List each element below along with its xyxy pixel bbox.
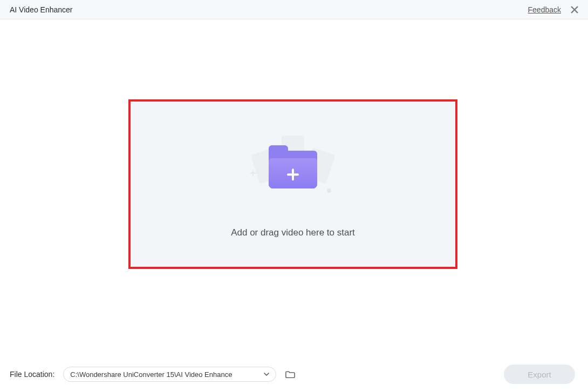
main-area: Add or drag video here to start	[0, 19, 588, 358]
open-folder-button[interactable]	[284, 368, 297, 381]
export-button[interactable]: Export	[504, 365, 575, 384]
chevron-down-icon	[264, 372, 269, 377]
close-icon	[570, 5, 579, 14]
app-title: AI Video Enhancer	[10, 5, 73, 14]
sparkle-icon	[248, 169, 258, 179]
file-location-label: File Location:	[10, 370, 54, 379]
drop-zone[interactable]: Add or drag video here to start	[131, 102, 455, 267]
header-bar: AI Video Enhancer Feedback	[0, 0, 588, 19]
folder-icon	[285, 370, 295, 379]
drop-illustration	[247, 136, 339, 200]
file-location-select[interactable]: C:\Wondershare UniConverter 15\AI Video …	[63, 367, 276, 382]
feedback-link[interactable]: Feedback	[528, 5, 561, 14]
footer-bar: File Location: C:\Wondershare UniConvert…	[0, 358, 588, 391]
dot-decor-icon	[327, 188, 331, 193]
close-button[interactable]	[569, 4, 580, 16]
drop-prompt-text: Add or drag video here to start	[231, 227, 355, 238]
plus-icon	[287, 168, 299, 180]
drop-zone-highlight: Add or drag video here to start	[128, 99, 457, 269]
folder-add-icon	[269, 151, 317, 188]
file-location-value: C:\Wondershare UniConverter 15\AI Video …	[70, 370, 232, 379]
